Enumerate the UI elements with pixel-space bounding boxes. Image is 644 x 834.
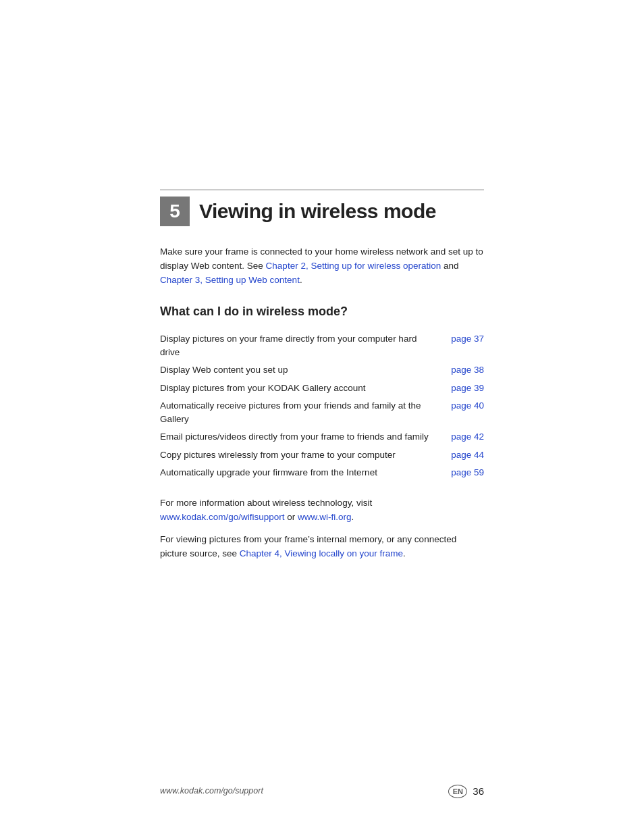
content-area: 5 Viewing in wireless mode Make sure you…: [0, 0, 644, 610]
footer-right: EN 36: [448, 784, 484, 800]
footer-url: www.kodak.com/go/support: [160, 785, 263, 798]
page-number: 36: [473, 784, 484, 800]
info2-text2: .: [403, 548, 406, 558]
toc-label: Automatically upgrade your firmware from…: [160, 464, 444, 481]
wifi-org-link[interactable]: www.wi-fi.org: [298, 512, 352, 522]
toc-page-ref[interactable]: page 40: [444, 397, 484, 429]
toc-label: Display Web content you set up: [160, 361, 444, 379]
section-heading: What can I do in wireless mode?: [160, 303, 484, 321]
toc-row: Display Web content you set uppage 38: [160, 361, 484, 379]
page-footer: www.kodak.com/go/support EN 36: [0, 784, 644, 800]
info1-text1: For more information about wireless tech…: [160, 498, 372, 508]
toc-label: Display pictures on your frame directly …: [160, 330, 444, 362]
toc-row: Copy pictures wirelessly from your frame…: [160, 446, 484, 464]
chapter4-link[interactable]: Chapter 4, Viewing locally on your frame: [240, 548, 403, 558]
info-paragraph-1: For more information about wireless tech…: [160, 496, 484, 525]
chapter-title: Viewing in wireless mode: [199, 196, 436, 226]
toc-row: Display pictures from your KODAK Gallery…: [160, 380, 484, 397]
toc-row: Display pictures on your frame directly …: [160, 330, 484, 362]
toc-label: Automatically receive pictures from your…: [160, 397, 444, 429]
chapter2-link[interactable]: Chapter 2, Setting up for wireless opera…: [266, 261, 441, 271]
intro-text3: .: [300, 275, 302, 285]
page-container: 5 Viewing in wireless mode Make sure you…: [0, 0, 644, 834]
info-paragraph-2: For viewing pictures from your frame’s i…: [160, 533, 484, 561]
info1-text3: .: [352, 512, 354, 522]
toc-row: Automatically upgrade your firmware from…: [160, 464, 484, 481]
toc-page-ref[interactable]: page 38: [444, 361, 484, 379]
toc-label: Display pictures from your KODAK Gallery…: [160, 380, 444, 397]
wifisupport-link[interactable]: www.kodak.com/go/wifisupport: [160, 512, 285, 522]
info1-text2: or: [285, 512, 298, 522]
chapter-number: 5: [160, 197, 190, 226]
toc-row: Automatically receive pictures from your…: [160, 397, 484, 429]
intro-text2: and: [441, 261, 458, 271]
intro-paragraph: Make sure your frame is connected to you…: [160, 245, 484, 288]
toc-page-ref[interactable]: page 39: [444, 380, 484, 397]
toc-table: Display pictures on your frame directly …: [160, 330, 484, 481]
chapter-number-text: 5: [169, 197, 180, 226]
toc-label: Email pictures/videos directly from your…: [160, 428, 444, 446]
language-badge: EN: [448, 785, 467, 798]
toc-page-ref[interactable]: page 42: [444, 428, 484, 446]
toc-row: Email pictures/videos directly from your…: [160, 428, 484, 446]
toc-label: Copy pictures wirelessly from your frame…: [160, 446, 444, 464]
chapter3-link[interactable]: Chapter 3, Setting up Web content: [160, 275, 300, 285]
chapter-header: 5 Viewing in wireless mode: [160, 189, 484, 226]
toc-page-ref[interactable]: page 59: [444, 464, 484, 481]
toc-page-ref[interactable]: page 37: [444, 330, 484, 362]
toc-page-ref[interactable]: page 44: [444, 446, 484, 464]
